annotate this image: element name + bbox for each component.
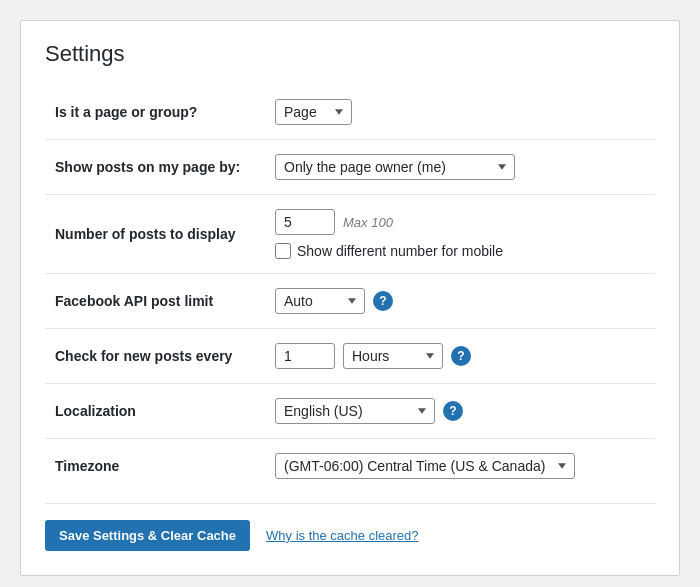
label-page-group: Is it a page or group? <box>45 85 265 140</box>
row-page-group: Is it a page or group? Page Group <box>45 85 655 140</box>
inline-row-interval: Minutes Hours Days ? <box>275 343 645 369</box>
control-check-interval: Minutes Hours Days ? <box>265 329 655 384</box>
footer-bar: Save Settings & Clear Cache Why is the c… <box>45 503 655 551</box>
label-timezone: Timezone <box>45 439 265 494</box>
label-num-posts: Number of posts to display <box>45 195 265 274</box>
label-show-posts: Show posts on my page by: <box>45 140 265 195</box>
help-icon-interval[interactable]: ? <box>451 346 471 366</box>
select-localization[interactable]: English (US) Spanish French German <box>275 398 435 424</box>
row-show-posts: Show posts on my page by: Only the page … <box>45 140 655 195</box>
save-button[interactable]: Save Settings & Clear Cache <box>45 520 250 551</box>
row-check-interval: Check for new posts every Minutes Hours … <box>45 329 655 384</box>
checkbox-row-mobile: Show different number for mobile <box>275 243 645 259</box>
control-num-posts: Max 100 Show different number for mobile <box>265 195 655 274</box>
input-check-interval[interactable] <box>275 343 335 369</box>
inline-row-localization: English (US) Spanish French German ? <box>275 398 645 424</box>
select-page-group[interactable]: Page Group <box>275 99 352 125</box>
max-label: Max 100 <box>343 215 393 230</box>
page-title: Settings <box>45 41 655 67</box>
label-check-interval: Check for new posts every <box>45 329 265 384</box>
input-num-posts[interactable] <box>275 209 335 235</box>
posts-number-row: Max 100 <box>275 209 645 235</box>
select-timezone[interactable]: (GMT-06:00) Central Time (US & Canada) (… <box>275 453 575 479</box>
label-api-limit: Facebook API post limit <box>45 274 265 329</box>
control-localization: English (US) Spanish French German ? <box>265 384 655 439</box>
control-page-group: Page Group <box>265 85 655 140</box>
cache-link[interactable]: Why is the cache cleared? <box>266 528 418 543</box>
row-api-limit: Facebook API post limit Auto 10 25 50 10… <box>45 274 655 329</box>
row-localization: Localization English (US) Spanish French… <box>45 384 655 439</box>
select-api-limit[interactable]: Auto 10 25 50 100 <box>275 288 365 314</box>
control-timezone: (GMT-06:00) Central Time (US & Canada) (… <box>265 439 655 494</box>
help-icon-localization[interactable]: ? <box>443 401 463 421</box>
settings-panel: Settings Is it a page or group? Page Gro… <box>20 20 680 576</box>
label-localization: Localization <box>45 384 265 439</box>
inline-row-api: Auto 10 25 50 100 ? <box>275 288 645 314</box>
checkbox-mobile-number[interactable] <box>275 243 291 259</box>
row-timezone: Timezone (GMT-06:00) Central Time (US & … <box>45 439 655 494</box>
select-show-posts[interactable]: Only the page owner (me) Everyone No one <box>275 154 515 180</box>
control-api-limit: Auto 10 25 50 100 ? <box>265 274 655 329</box>
help-icon-api[interactable]: ? <box>373 291 393 311</box>
settings-table: Is it a page or group? Page Group Show p… <box>45 85 655 493</box>
checkbox-mobile-label: Show different number for mobile <box>297 243 503 259</box>
select-interval-unit[interactable]: Minutes Hours Days <box>343 343 443 369</box>
control-show-posts: Only the page owner (me) Everyone No one <box>265 140 655 195</box>
row-num-posts: Number of posts to display Max 100 Show … <box>45 195 655 274</box>
